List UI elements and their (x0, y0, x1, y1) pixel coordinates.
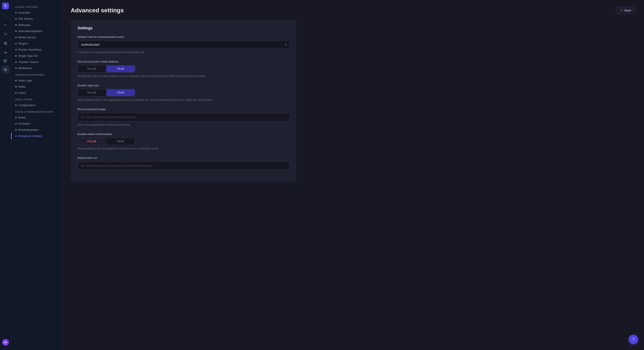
sidebar-item-providers[interactable]: Providers (11, 121, 62, 127)
home-nav-icon[interactable]: ⌂ (2, 12, 9, 20)
sidebar-item-users[interactable]: Users (11, 90, 62, 96)
grid-nav-icon[interactable]: ▦ (2, 39, 9, 47)
save-button[interactable]: ✓ Save (616, 7, 636, 14)
dot-icon (15, 105, 16, 106)
enable-email-field-group: Enable email confirmation FALSE TRUE Whe… (78, 133, 290, 151)
dot-icon (15, 24, 16, 26)
settings-card-title: Settings (78, 26, 290, 30)
one-account-true-button[interactable]: TRUE (106, 65, 135, 72)
admin-panel-label: ADMINISTRATION PANEL (11, 71, 62, 77)
dot-icon (15, 68, 16, 69)
sidebar-item-releases[interactable]: Releases (11, 22, 62, 28)
one-account-field-group: One account per email address FALSE TRUE… (78, 60, 290, 78)
page-title: Advanced settings (71, 7, 124, 14)
enable-email-description: When enabled (ON), new registered users … (78, 147, 290, 151)
sidebar-item-transfer-tokens[interactable]: Transfer Tokens (11, 59, 62, 65)
sidebar-item-internationalization[interactable]: Internationalization (11, 28, 62, 34)
dot-icon (15, 55, 16, 57)
avatar[interactable]: KD (2, 339, 9, 346)
dot-icon (15, 12, 16, 13)
sidebar-item-webhooks[interactable]: Webhooks (11, 65, 62, 71)
enable-signups-false-button[interactable]: FALSE (78, 89, 106, 96)
dot-icon (15, 31, 16, 32)
dot-icon (15, 136, 16, 137)
dot-icon (15, 129, 16, 131)
dot-icon (15, 123, 16, 124)
reset-password-field-group: Reset password page URL of your applicat… (78, 108, 290, 127)
one-account-description: Disallow the user to create multiple acc… (78, 74, 290, 78)
enable-signups-description: When disabled (OFF), the registration pr… (78, 98, 290, 102)
global-settings-label: GLOBAL SETTINGS (11, 3, 62, 9)
page-header: Advanced settings ✓ Save (71, 7, 636, 14)
sidebar-item-users-roles[interactable]: Roles (11, 114, 62, 121)
dot-icon (15, 117, 16, 118)
sidebar-item-overview[interactable]: Overview (11, 9, 62, 16)
sidebar-item-api-tokens[interactable]: API Tokens (11, 16, 62, 22)
sidebar-item-single-sign-on[interactable]: Single Sign-On (11, 53, 62, 59)
icon-sidebar: S ⌂ ✏ ✉ ▦ ☁ 🛒 ⚙ KD (0, 0, 11, 350)
default-role-description: It will attach the new authenticated use… (78, 50, 290, 54)
enable-email-false-button[interactable]: FALSE (78, 138, 106, 145)
enable-email-label: Enable email confirmation (78, 133, 290, 136)
enable-signups-label: Enable sign-ups (78, 84, 290, 87)
users-plugin-label: USERS & PERMISSIONS PLUGIN (11, 108, 62, 114)
settings-nav-icon[interactable]: ⚙ (2, 66, 9, 74)
app-logo[interactable]: S (2, 2, 9, 9)
redirection-url-input[interactable] (78, 162, 290, 170)
default-role-field-group: Default role for authenticated users Aut… (78, 35, 290, 54)
dot-icon (15, 43, 16, 44)
cart-nav-icon[interactable]: 🛒 (2, 57, 9, 65)
default-role-select-wrapper: Authenticated ▾ (78, 41, 290, 49)
enable-email-toggle: FALSE TRUE (78, 138, 135, 145)
redirection-url-label: Redirection url (78, 157, 290, 160)
dot-icon (15, 92, 16, 94)
help-fab[interactable]: ? (629, 335, 638, 344)
nav-sidebar: GLOBAL SETTINGS Overview API Tokens Rele… (11, 0, 62, 350)
redirection-url-field-group: Redirection url (78, 157, 290, 170)
sidebar-item-roles[interactable]: Roles (11, 84, 62, 90)
sidebar-item-plugins[interactable]: Plugins (11, 40, 62, 47)
mail-nav-icon[interactable]: ✉ (2, 30, 9, 38)
enable-email-true-button[interactable]: TRUE (106, 138, 135, 145)
check-icon: ✓ (620, 9, 623, 12)
one-account-toggle: FALSE TRUE (78, 65, 135, 72)
dot-icon (15, 37, 16, 38)
enable-signups-toggle: FALSE TRUE (78, 89, 135, 96)
email-plugin-label: EMAIL PLUGIN (11, 96, 62, 102)
main-content: Advanced settings ✓ Save Settings Defaul… (62, 0, 644, 350)
dot-icon (15, 61, 16, 63)
reset-password-input[interactable] (78, 113, 290, 121)
pen-nav-icon[interactable]: ✏ (2, 21, 9, 29)
dot-icon (15, 80, 16, 81)
sidebar-item-email-templates[interactable]: Email templates (11, 127, 62, 133)
cloud-nav-icon[interactable]: ☁ (2, 48, 9, 56)
sidebar-item-audit-logs[interactable]: Audit Logs (11, 77, 62, 84)
default-role-select[interactable]: Authenticated (78, 41, 290, 49)
sidebar-item-media-library[interactable]: Media Library (11, 34, 62, 40)
dot-icon (15, 86, 16, 87)
reset-password-description: URL of your application's reset password… (78, 123, 290, 127)
one-account-label: One account per email address (78, 60, 290, 63)
settings-card: Settings Default role for authenticated … (71, 20, 296, 182)
sidebar-item-configuration[interactable]: Configuration (11, 102, 62, 108)
dot-icon (15, 49, 16, 50)
sidebar-item-advanced-settings[interactable]: Advanced settings (11, 133, 62, 139)
enable-signups-field-group: Enable sign-ups FALSE TRUE When disabled… (78, 84, 290, 102)
default-role-label: Default role for authenticated users (78, 35, 290, 38)
dot-icon (15, 18, 16, 19)
one-account-false-button[interactable]: FALSE (78, 65, 106, 72)
reset-password-label: Reset password page (78, 108, 290, 111)
sidebar-item-review-workflows[interactable]: Review Workflows (11, 47, 62, 53)
enable-signups-true-button[interactable]: TRUE (106, 89, 135, 96)
